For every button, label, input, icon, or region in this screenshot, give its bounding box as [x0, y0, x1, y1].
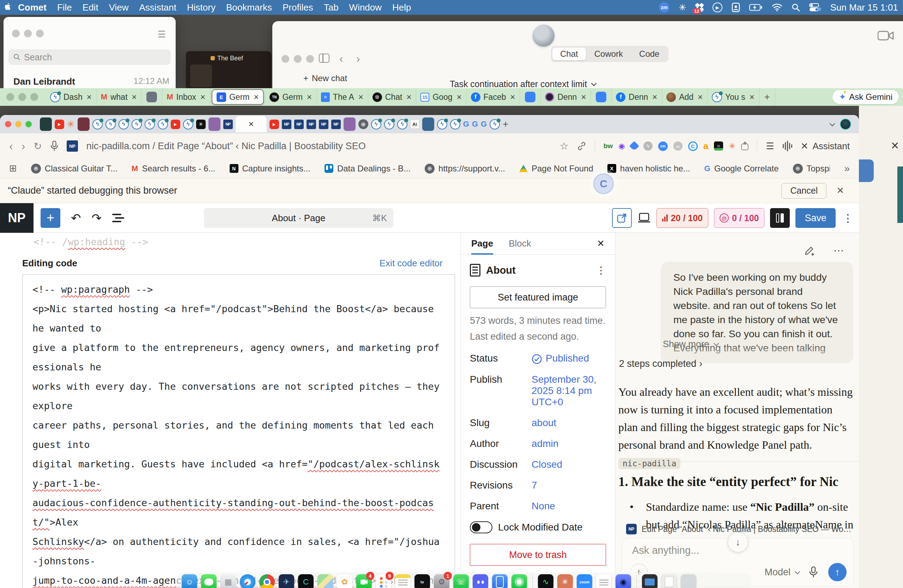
reading-list-icon[interactable]: ☰: [766, 141, 774, 152]
pinned-tab-bolt[interactable]: ϟ: [397, 119, 407, 129]
comet-tab-germ[interactable]: EGerm✕: [212, 89, 264, 105]
dock-app-chrome[interactable]: [259, 574, 275, 588]
hamburger-icon[interactable]: ☰: [158, 29, 166, 40]
pinned-tab-np[interactable]: NP: [223, 119, 233, 129]
dock-app-notes[interactable]: [395, 574, 411, 588]
pinned-tab-plus[interactable]: +: [503, 119, 508, 130]
pinned-tab-tab-purple[interactable]: [208, 118, 220, 131]
more-options-icon[interactable]: ⋯: [834, 244, 845, 256]
show-more-button[interactable]: Show more: [663, 339, 717, 349]
comet-tab-group[interactable]: +: [760, 88, 775, 106]
close-tab-icon[interactable]: ✕: [580, 93, 586, 101]
extension-hash[interactable]: ⌗: [714, 141, 723, 151]
pinned-tab-np[interactable]: NP: [331, 119, 341, 129]
extension-bw[interactable]: bw: [604, 142, 613, 150]
mode-tab-chat[interactable]: Chat: [552, 48, 586, 60]
bookmark-item[interactable]: ⊕Classical Guitar T...: [31, 164, 118, 173]
author-value[interactable]: admin: [532, 438, 558, 450]
bookmarks-overflow-chevron[interactable]: »: [844, 163, 850, 174]
dock-app-photos[interactable]: ✿: [337, 574, 352, 588]
bookmark-item[interactable]: MSearch results - 6...: [132, 164, 215, 173]
pinned-tab-bolt[interactable]: ϟ: [489, 119, 500, 129]
readability-score-badge[interactable]: @ 0 / 100: [714, 208, 765, 228]
dock-app-assistant-app[interactable]: ◉: [615, 574, 631, 588]
zoom-tray-icon[interactable]: zm: [659, 2, 670, 13]
comet-tab-you-s[interactable]: ϟYou s✕: [708, 88, 760, 106]
new-chat-button[interactable]: +New chat: [304, 73, 347, 83]
dock-app-messages[interactable]: [201, 574, 217, 588]
play-tray-icon[interactable]: ▶: [713, 3, 722, 13]
close-tab-icon[interactable]: ✕: [200, 93, 206, 101]
mode-tab-code[interactable]: Code: [631, 48, 667, 60]
close-sidebar-icon[interactable]: ✕: [597, 238, 604, 249]
close-tab-icon[interactable]: ✕: [253, 93, 259, 101]
dock-app-facetime[interactable]: 4: [356, 574, 372, 588]
block-inserter-button[interactable]: +: [41, 208, 60, 228]
bookmark-item[interactable]: GGoogle Correlate: [705, 164, 779, 173]
discussion-value[interactable]: Closed: [532, 459, 562, 470]
voice-search-icon[interactable]: [50, 141, 58, 151]
extension-calendly[interactable]: C: [688, 141, 698, 151]
comet-tab-add[interactable]: Add✕: [662, 88, 708, 106]
pinned-tab-bolt[interactable]: ϟ: [371, 119, 381, 129]
browser-profile-avatar[interactable]: [840, 118, 851, 130]
pinned-tab-bolt[interactable]: ϟ: [145, 119, 155, 129]
bookmark-star-icon[interactable]: ☆: [560, 140, 569, 152]
dismiss-notification-icon[interactable]: ✕: [836, 185, 844, 196]
close-tab-icon[interactable]: ✕: [406, 93, 412, 101]
menu-view[interactable]: View: [109, 2, 129, 13]
pinned-tab-bolt[interactable]: ϟ: [132, 119, 142, 129]
pinned-tab-bolt[interactable]: ϟ: [384, 119, 394, 129]
dropbox-tray-icon[interactable]: 12: [695, 3, 703, 11]
comet-tab-the-a[interactable]: ≡The A✕: [317, 88, 368, 106]
conversation-list-item[interactable]: Dan Leibrandt 12:12 AM: [13, 76, 169, 87]
close-icon[interactable]: ✕: [890, 140, 899, 152]
bookmark-item[interactable]: Xhaven holistic he...: [607, 164, 690, 173]
pinned-tab-tab-maroon[interactable]: [78, 118, 90, 131]
redo-button[interactable]: ↷: [92, 211, 102, 225]
pinned-tab-tab-blue[interactable]: [422, 118, 434, 131]
tab-search-chevron-icon[interactable]: [830, 121, 835, 126]
lock-modified-date-toggle[interactable]: [470, 521, 492, 533]
dock-app-claude[interactable]: ✳: [557, 574, 573, 588]
move-to-trash-button[interactable]: Move to trash: [470, 544, 606, 566]
id-card-tray-icon[interactable]: [732, 3, 740, 13]
comet-tab-group[interactable]: [142, 88, 162, 106]
control-center-icon[interactable]: [809, 3, 821, 12]
pinned-tab-globe[interactable]: ⊕: [359, 119, 368, 129]
close-tab-icon[interactable]: ✕: [510, 93, 516, 101]
pinned-tab-youtube[interactable]: ▶: [269, 119, 279, 129]
dock-app-finder[interactable]: ☺: [182, 574, 197, 588]
pinned-tab-np[interactable]: NP: [294, 119, 304, 129]
status-value[interactable]: Published: [532, 353, 589, 364]
tab-strip-window-controls[interactable]: [6, 93, 38, 101]
menu-profiles[interactable]: Profiles: [283, 2, 313, 13]
back-button[interactable]: ‹: [9, 140, 13, 153]
comet-tab-goog[interactable]: 15Goog✕: [416, 88, 466, 106]
extension-broadcast[interactable]: ◉: [618, 142, 625, 150]
copy-link-icon[interactable]: [577, 141, 586, 151]
pinned-tab-bolt[interactable]: ϟ: [158, 119, 168, 129]
forward-arrow-icon[interactable]: ›: [356, 52, 360, 65]
close-tab-icon[interactable]: ✕: [132, 93, 137, 101]
dock-app-reminders[interactable]: 9: [376, 574, 391, 588]
menu-window[interactable]: Window: [349, 2, 382, 13]
claude-tray-icon[interactable]: ✳: [679, 2, 686, 13]
thread-title[interactable]: Task continuation after context limit: [450, 79, 595, 89]
pinned-tab-google[interactable]: G: [481, 119, 487, 129]
window-controls[interactable]: [282, 55, 314, 63]
pinned-tab-tab-teal[interactable]: [40, 118, 52, 131]
slug-value[interactable]: about: [532, 417, 556, 429]
comet-tab-group[interactable]: [591, 88, 612, 106]
wifi-icon[interactable]: [772, 3, 782, 11]
pinned-tab-youtube[interactable]: ▶: [171, 119, 180, 129]
video-camera-icon[interactable]: [878, 30, 894, 41]
comet-tab-inbox[interactable]: MInbox✕: [162, 88, 210, 106]
close-tab-icon[interactable]: ✕: [456, 93, 462, 101]
extension-bolt-gray[interactable]: ϟ: [643, 141, 653, 151]
dock-app-textedit[interactable]: [596, 574, 612, 588]
extension-zoom-ext[interactable]: zm: [658, 141, 668, 151]
address-bar[interactable]: nic-padilla.com / Edit Page “About” ‹ Ni…: [87, 141, 551, 152]
dock-app-capcut[interactable]: C: [298, 574, 313, 588]
pinned-tab-np[interactable]: NP: [282, 119, 291, 129]
